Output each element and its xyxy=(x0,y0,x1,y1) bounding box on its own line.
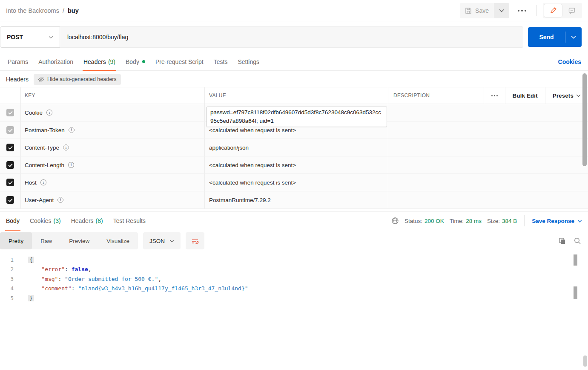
view-pretty[interactable]: Pretty xyxy=(0,232,32,249)
presets-dropdown[interactable]: Presets xyxy=(545,87,588,104)
header-key[interactable]: Content-Length xyxy=(25,162,64,168)
method-value: POST xyxy=(7,34,23,40)
tab-authorization[interactable]: Authorization xyxy=(33,53,78,70)
header-value[interactable]: PostmanRuntime/7.29.2 xyxy=(209,197,271,203)
header-enabled-checkbox[interactable] xyxy=(6,161,14,169)
header-description-cell[interactable] xyxy=(388,139,588,156)
pencil-icon xyxy=(550,7,557,14)
header-value[interactable]: application/json xyxy=(209,145,249,151)
info-icon: i xyxy=(63,145,69,150)
header-value[interactable]: <calculated when request is sent> xyxy=(209,127,296,133)
hide-auto-generated-headers-toggle[interactable]: Hide auto-generated headers xyxy=(34,74,121,85)
time-value: 28 ms xyxy=(466,218,482,224)
token-key: "error" xyxy=(41,266,65,272)
tab-pre-request-script[interactable]: Pre-request Script xyxy=(150,53,209,70)
chevron-down-icon xyxy=(169,240,174,243)
response-body-toolbar: Pretty Raw Preview Visualize JSON xyxy=(0,230,588,251)
view-visualize[interactable]: Visualize xyxy=(98,232,138,249)
response-tab-test-results[interactable]: Test Results xyxy=(108,211,151,230)
send-button[interactable]: Send xyxy=(528,27,582,47)
comments-button[interactable] xyxy=(563,4,581,17)
status-value: 200 OK xyxy=(425,218,444,224)
wrap-lines-button[interactable] xyxy=(186,232,204,249)
header-description-cell[interactable] xyxy=(388,104,588,121)
header-description-cell[interactable] xyxy=(388,191,588,208)
save-response-dropdown[interactable]: Save Response xyxy=(532,218,582,224)
response-tab-headers[interactable]: Headers(8) xyxy=(66,211,108,230)
method-select[interactable]: POST xyxy=(0,26,60,48)
header-enabled-checkbox[interactable] xyxy=(6,144,14,151)
header-row: Content-Typeiapplication/json xyxy=(0,139,588,156)
info-icon: i xyxy=(68,162,74,168)
check-icon xyxy=(8,181,13,185)
header-value[interactable]: <calculated when request is sent> xyxy=(209,162,296,168)
header-description-cell[interactable] xyxy=(388,121,588,139)
chevron-down-icon xyxy=(499,9,504,12)
breadcrumb-collection[interactable]: Into the Backrooms xyxy=(6,7,59,14)
hide-auto-generated-headers-label: Hide auto-generated headers xyxy=(47,76,117,82)
line-number: 5 xyxy=(0,295,20,301)
save-options-button[interactable] xyxy=(494,3,509,18)
send-options-button[interactable] xyxy=(565,35,582,39)
edit-request-button[interactable] xyxy=(544,4,562,17)
copy-icon[interactable] xyxy=(558,237,566,245)
header-description-cell[interactable] xyxy=(388,156,588,173)
header-row: Cookieipasswd=ef797c8118f02dfb649607dd5d… xyxy=(0,104,588,121)
scrollbar-thumb[interactable] xyxy=(582,73,587,166)
header-value[interactable]: <calculated when request is sent> xyxy=(209,179,296,186)
code-lines: 1{2 "error": false,3 "msg": "Order submi… xyxy=(0,255,588,303)
token-atom: false xyxy=(72,266,88,272)
request-tabs: Params Authorization Headers(9) Body Pre… xyxy=(0,53,588,71)
line-number: 4 xyxy=(0,285,20,292)
view-preview[interactable]: Preview xyxy=(60,232,98,249)
more-actions-button[interactable] xyxy=(513,3,531,18)
tab-body[interactable]: Body xyxy=(120,53,150,70)
check-icon xyxy=(8,198,13,202)
header-enabled-checkbox[interactable] xyxy=(6,126,14,134)
headers-scrollbar[interactable] xyxy=(582,73,587,211)
header-enabled-checkbox[interactable] xyxy=(6,179,14,186)
header-key[interactable]: Cookie xyxy=(25,110,43,116)
response-panel: Body Cookies(3) Headers(8) Test Results … xyxy=(0,211,588,366)
token-str: "Order submitted for 500 €." xyxy=(65,276,158,282)
header-enabled-checkbox[interactable] xyxy=(6,196,14,204)
view-raw[interactable]: Raw xyxy=(32,232,60,249)
cookies-link[interactable]: Cookies xyxy=(558,58,581,65)
search-icon[interactable] xyxy=(574,237,581,245)
globe-icon[interactable] xyxy=(391,217,399,225)
line-number: 3 xyxy=(0,276,20,282)
headers-panel: Headers Hide auto-generated headers KEY … xyxy=(0,71,588,209)
response-body-editor[interactable]: 1{2 "error": false,3 "msg": "Order submi… xyxy=(0,251,588,366)
column-key: KEY xyxy=(20,87,204,104)
header-row-check-cell xyxy=(0,104,20,121)
tab-headers[interactable]: Headers(9) xyxy=(78,53,120,70)
tab-settings[interactable]: Settings xyxy=(232,53,264,70)
header-key[interactable]: User-Agent xyxy=(25,197,54,203)
url-input[interactable]: localhost:8000/buy/flag xyxy=(60,26,523,48)
header-value-input[interactable]: passwd=ef797c8118f02dfb649607dd5d3f8c762… xyxy=(207,107,387,127)
header-key-cell: Postman-Tokeni xyxy=(20,121,204,139)
token-plain: : xyxy=(72,285,78,292)
floppy-icon xyxy=(465,7,472,14)
header-description-cell[interactable] xyxy=(388,174,588,191)
header-key-cell: Hosti xyxy=(20,174,204,191)
header-enabled-checkbox[interactable] xyxy=(6,109,14,116)
language-select[interactable]: JSON xyxy=(143,232,181,249)
bulk-edit-button[interactable]: Bulk Edit xyxy=(505,87,545,104)
tab-params[interactable]: Params xyxy=(3,53,33,70)
code-content: } xyxy=(28,295,34,301)
headers-toolbar: Headers Hide auto-generated headers xyxy=(0,71,588,87)
header-key[interactable]: Content-Type xyxy=(25,145,59,151)
header-key[interactable]: Host xyxy=(25,179,37,186)
response-tab-cookies[interactable]: Cookies(3) xyxy=(25,211,66,230)
headers-table-body: Cookieipasswd=ef797c8118f02dfb649607dd5d… xyxy=(0,104,588,209)
status-label: Status: xyxy=(404,218,422,224)
page-scrollbar-thumb[interactable] xyxy=(583,356,587,367)
header-row-check-cell xyxy=(0,139,20,156)
header-key[interactable]: Postman-Token xyxy=(25,127,65,133)
column-options-button[interactable] xyxy=(484,87,505,104)
tab-tests[interactable]: Tests xyxy=(209,53,233,70)
save-button[interactable]: Save xyxy=(460,3,494,18)
response-tab-body[interactable]: Body xyxy=(1,211,25,230)
scrollbar-mark xyxy=(574,286,577,299)
